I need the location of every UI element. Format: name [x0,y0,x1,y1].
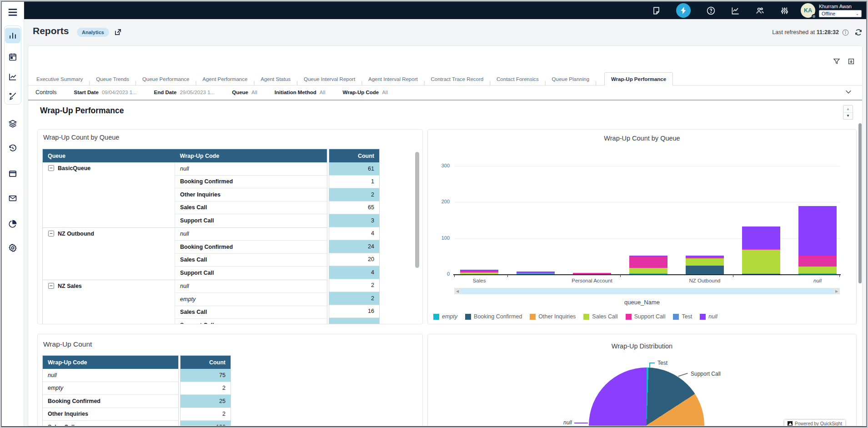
count-cell[interactable]: 24 [329,240,379,253]
count-cell[interactable]: 16 [329,305,379,318]
wrapup-code-cell[interactable]: Support Call [175,214,327,227]
sidebar-item-bar-chart-icon[interactable] [5,28,20,43]
bar-segment-null[interactable] [686,256,724,257]
wrapup-code-cell[interactable]: Booking Confirmed [43,395,178,408]
bar-segment-empty[interactable] [629,273,667,274]
bar-segment-support-call[interactable] [460,271,498,272]
count-cell[interactable]: 2 [181,408,231,421]
control-queue[interactable]: QueueAll [232,90,257,95]
export-icon[interactable] [848,58,855,65]
scroll-left-arrow-icon[interactable]: ◀ [454,288,461,294]
column-header[interactable]: Queue [43,149,175,162]
wrapup-code-cell[interactable]: Other Inquiries [175,188,327,201]
tab-queue-trends[interactable]: Queue Trends [95,73,130,86]
bar-segment-support-call[interactable] [629,257,667,268]
column-header[interactable]: Count [181,356,231,369]
count-cell[interactable] [329,318,379,324]
refresh-icon[interactable] [854,28,863,36]
bar-segment-sales-call[interactable] [629,268,667,274]
contacts-icon[interactable] [755,6,764,15]
bar-segment-null[interactable] [517,272,555,273]
sidebar-item-layers-icon[interactable] [5,116,20,131]
bar-segment-sales-call[interactable] [742,250,780,273]
bar-segment-null[interactable] [742,227,780,248]
count-cell[interactable]: 61 [329,162,379,176]
count-cell[interactable]: 4 [329,227,379,241]
bar-segment-null[interactable] [798,206,837,256]
sidebar-item-calendar-icon[interactable] [5,49,20,65]
tab-queue-interval-report[interactable]: Queue Interval Report [303,73,356,86]
tab-executive-summary[interactable]: Executive Summary [35,73,84,86]
bar-segment-support-call[interactable] [742,249,780,250]
sidebar-item-history-icon[interactable] [5,141,20,156]
metrics-icon[interactable] [731,6,740,15]
wrapup-code-cell[interactable]: empty [175,293,327,306]
wrapup-code-cell[interactable]: Booking Confirmed [175,176,327,189]
wrapup-code-cell[interactable]: Other Inquiries [43,408,178,421]
scrollbar-thumb[interactable] [461,288,833,294]
help-icon[interactable] [706,6,715,15]
control-start-date[interactable]: Start Date09/04/2023 1... [74,90,137,95]
legend-item-booking-confirmed[interactable]: Booking Confirmed [465,313,522,320]
control-wrap-up-code[interactable]: Wrap-Up CodeAll [343,90,388,95]
bar-segment-sales-call[interactable] [798,267,837,274]
count-cell[interactable]: 20 [329,253,379,267]
sidebar-item-gear-icon[interactable] [5,240,20,256]
wrapup-code-cell[interactable]: null [175,162,327,176]
spin-down-button[interactable]: ▼ [843,113,853,120]
wrapup-code-cell[interactable]: null [43,369,178,382]
bar-segment-sales-call[interactable] [686,258,724,266]
bar-segment-support-call[interactable] [573,273,611,274]
settings-sliders-icon[interactable] [780,6,789,15]
collapse-icon[interactable]: − [48,283,54,289]
count-cell[interactable]: 75 [181,369,231,382]
sidebar-item-mail-icon[interactable] [5,191,20,206]
controls-collapse-chevron-icon[interactable] [845,88,852,96]
tab-wrap-up-performance[interactable]: Wrap-Up Performance [604,72,673,86]
bar-segment-support-call[interactable] [798,256,837,267]
control-initiation-method[interactable]: Initiation MethodAll [275,90,326,95]
wrapup-code-cell[interactable]: Sales Call [175,306,327,319]
tab-queue-planning[interactable]: Queue Planning [551,73,590,86]
control-end-date[interactable]: End Date29/05/2023 1... [154,90,215,95]
wrapup-code-cell[interactable]: null [175,280,327,293]
count-cell[interactable]: 3 [329,214,379,227]
count-cell[interactable]: 2 [329,188,379,201]
bar-segment-empty[interactable] [798,273,837,274]
bar-segment-null[interactable] [460,270,498,271]
wrapup-code-cell[interactable]: Sales Call [175,254,327,267]
tab-contract-trace-record[interactable]: Contract Trace Record [430,73,485,86]
count-cell[interactable]: 106 [181,421,231,426]
sidebar-item-design-brush-icon[interactable] [5,88,20,104]
tab-queue-performance[interactable]: Queue Performance [141,73,191,86]
count-cell[interactable]: 2 [181,382,231,395]
count-cell[interactable]: 25 [181,395,231,408]
count-cell[interactable]: 2 [329,292,379,305]
sidebar-item-line-chart-icon[interactable] [5,69,20,85]
column-header[interactable]: Count [329,149,379,162]
count-cell[interactable]: 65 [329,201,379,215]
scroll-right-arrow-icon[interactable]: ▶ [833,288,840,294]
sidebar-item-browser-window-icon[interactable] [5,166,20,181]
notes-icon[interactable] [652,6,661,15]
tab-contact-forensics[interactable]: Contact Forensics [496,73,540,86]
bar-segment-null[interactable] [629,256,667,257]
bar-segment-booking-confirmed[interactable] [742,274,780,274]
column-header[interactable]: Wrap-Up Code [43,356,178,369]
wrapup-code-cell[interactable]: null [175,228,327,241]
quicksight-badge[interactable]: Powered by QuickSight [784,420,845,426]
count-cell[interactable]: 1 [329,176,379,189]
wrapup-code-cell[interactable]: Support Call [175,319,327,324]
count-cell[interactable]: 2 [329,279,379,292]
tab-agent-interval-report[interactable]: Agent Interval Report [367,73,419,86]
analytics-badge[interactable]: Analytics [77,28,109,37]
pie-chart[interactable] [589,368,704,426]
wrapup-code-cell[interactable]: Sales Call [175,201,327,215]
boost-icon[interactable] [676,3,691,18]
collapse-icon[interactable]: − [48,231,54,237]
sidebar-item-pie-chart-icon[interactable] [5,216,20,232]
pivot-table-scrollbar[interactable] [415,151,419,314]
dashboard-vertical-scrollbar[interactable] [858,123,862,331]
bar-segment-booking-confirmed[interactable] [686,266,724,274]
agent-status-select[interactable]: Offline ⌄ [819,10,862,17]
